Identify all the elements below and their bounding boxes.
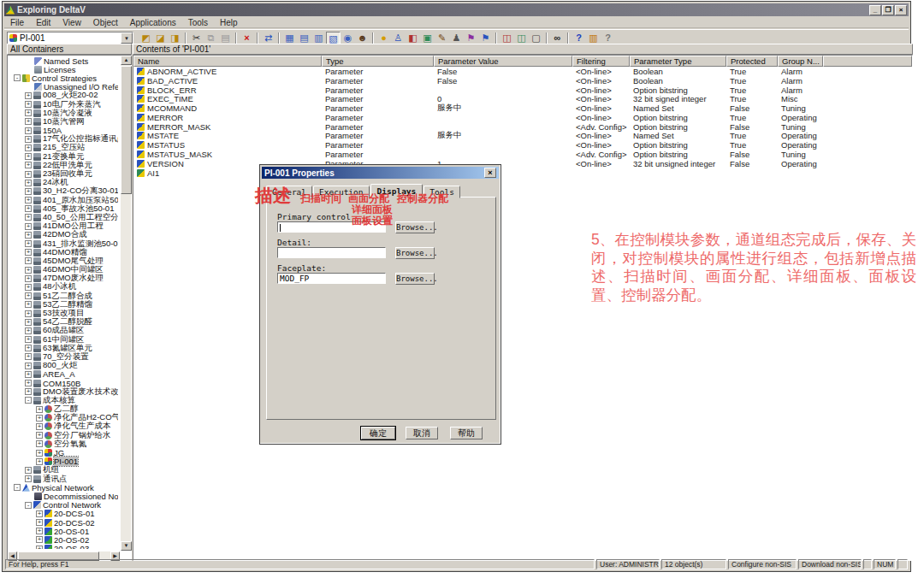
- picture-icon[interactable]: ▣: [420, 32, 435, 44]
- expand-icon[interactable]: +: [25, 101, 32, 108]
- menu-item-view[interactable]: View: [56, 18, 87, 27]
- expand-icon[interactable]: +: [25, 92, 32, 99]
- expand-icon[interactable]: +: [36, 423, 43, 430]
- chevron-down-icon[interactable]: ▼: [121, 32, 133, 44]
- expand-icon[interactable]: +: [25, 284, 32, 291]
- user-manager-icon[interactable]: ◨: [168, 32, 182, 44]
- expand-icon[interactable]: +: [25, 310, 32, 317]
- expand-icon[interactable]: +: [25, 197, 32, 203]
- table-row[interactable]: BAD_ACTIVEParameterFalse<On-line>Boolean…: [133, 76, 912, 86]
- dialog-title-bar[interactable]: PI-001 Properties ×: [262, 167, 499, 179]
- tree-item[interactable]: +20-OS-02: [9, 535, 118, 544]
- column-header-parameter-type[interactable]: Parameter Type: [630, 56, 726, 67]
- expand-icon[interactable]: +: [36, 546, 43, 549]
- expand-icon[interactable]: +: [36, 440, 43, 447]
- column-header-parameter-value[interactable]: Parameter Value: [434, 56, 572, 67]
- tree-item[interactable]: -Physical Network: [9, 483, 118, 492]
- table-row[interactable]: BLOCK_ERRParameter<On-line>Option bitstr…: [133, 86, 912, 95]
- copy-icon[interactable]: ⧉: [204, 32, 218, 44]
- expand-icon[interactable]: +: [25, 267, 32, 274]
- expand-icon[interactable]: +: [36, 415, 43, 422]
- table-row[interactable]: VERSIONParameter1<On-line>32 bit unsigne…: [133, 159, 912, 168]
- ok-button[interactable]: 确定: [361, 427, 395, 439]
- tree-item[interactable]: +20-OS-03: [9, 545, 118, 550]
- expand-icon[interactable]: +: [36, 510, 43, 517]
- download-icon[interactable]: ⇄: [261, 32, 275, 44]
- filter-icon[interactable]: ◉: [341, 32, 355, 44]
- context-help-icon[interactable]: ?: [601, 32, 615, 44]
- expand-icon[interactable]: +: [25, 118, 32, 125]
- expand-icon[interactable]: +: [25, 232, 32, 239]
- expand-icon[interactable]: +: [25, 223, 32, 230]
- security-icon[interactable]: ♟: [449, 32, 464, 44]
- expand-icon[interactable]: +: [36, 450, 43, 457]
- cancel-button[interactable]: 取消: [406, 427, 438, 439]
- user-icon[interactable]: ☻: [355, 32, 370, 44]
- expand-icon[interactable]: +: [25, 327, 32, 334]
- tree-item[interactable]: +20-OS-01: [9, 527, 118, 535]
- small-icons-icon[interactable]: ▤: [297, 32, 311, 44]
- expand-icon[interactable]: +: [25, 292, 32, 299]
- cut-icon[interactable]: ✂: [189, 32, 204, 44]
- flag-icon[interactable]: ⚑: [464, 32, 478, 44]
- help-button[interactable]: 帮助: [450, 427, 483, 439]
- table-row[interactable]: AI1: [133, 168, 912, 178]
- tree-item[interactable]: +800_火炬: [9, 362, 118, 370]
- collapse-icon[interactable]: -: [14, 74, 21, 81]
- minimize-button[interactable]: _: [869, 5, 881, 15]
- expand-icon[interactable]: +: [25, 240, 32, 247]
- expand-icon[interactable]: +: [25, 136, 32, 143]
- menu-item-edit[interactable]: Edit: [30, 18, 56, 27]
- column-header-name[interactable]: Name: [133, 56, 322, 67]
- tree-item[interactable]: Licenses: [9, 65, 118, 74]
- field-input-faceplate[interactable]: MOD_FP: [277, 273, 386, 284]
- expand-icon[interactable]: +: [36, 536, 43, 543]
- expand-icon[interactable]: +: [36, 432, 43, 439]
- large-icons-icon[interactable]: ▦: [282, 32, 297, 44]
- details-icon[interactable]: ▧: [326, 32, 341, 44]
- alarm-bell-icon[interactable]: ●: [376, 32, 391, 44]
- tree-item[interactable]: -Control Network: [9, 501, 118, 510]
- trend-green-icon[interactable]: ◫: [514, 32, 529, 44]
- column-header-type[interactable]: Type: [322, 56, 434, 67]
- table-row[interactable]: ABNORM_ACTIVEParameterFalse<On-line>Bool…: [133, 67, 912, 76]
- browse-button[interactable]: Browse...: [395, 247, 435, 259]
- tree-item[interactable]: Named Sets: [9, 56, 118, 65]
- tree-item[interactable]: +10蒸汽管网: [9, 117, 118, 126]
- expand-icon[interactable]: +: [36, 458, 43, 465]
- expand-icon[interactable]: +: [25, 319, 32, 326]
- expand-icon[interactable]: +: [25, 467, 32, 474]
- tree-vertical-scrollbar[interactable]: ▲ ▼: [120, 56, 131, 551]
- expand-icon[interactable]: +: [25, 301, 32, 308]
- expand-icon[interactable]: +: [25, 214, 32, 221]
- table-row[interactable]: MSTATUS_MASKParameter<Adv. Config>Option…: [133, 150, 912, 159]
- expand-icon[interactable]: +: [25, 275, 32, 282]
- books-icon[interactable]: ▥: [586, 32, 601, 44]
- tree-item[interactable]: Decommissioned Nodes: [9, 492, 118, 500]
- expand-icon[interactable]: +: [25, 180, 32, 186]
- tree-item[interactable]: +空分氧氮: [9, 439, 118, 448]
- table-row[interactable]: MCOMMANDParameter服务中<On-line>Named SetFa…: [133, 103, 912, 113]
- tree-item[interactable]: +AREA_A: [9, 370, 118, 379]
- object-selector-combobox[interactable]: PI-001 ▼: [7, 32, 133, 44]
- expand-icon[interactable]: +: [25, 353, 32, 360]
- binoculars-icon[interactable]: ∞: [550, 32, 565, 44]
- collapse-icon[interactable]: -: [25, 397, 32, 404]
- field-input-detail[interactable]: [277, 247, 386, 258]
- tree-item[interactable]: +20-DCS-02: [9, 518, 118, 527]
- collapse-icon[interactable]: -: [14, 484, 21, 491]
- expand-icon[interactable]: +: [25, 162, 32, 168]
- table-row[interactable]: MERRORParameter<On-line>Option bitstring…: [133, 113, 912, 122]
- expand-icon[interactable]: +: [25, 109, 32, 116]
- tree-item[interactable]: -Control Strategies: [9, 74, 118, 82]
- restore-button[interactable]: ❐: [882, 5, 894, 15]
- browse-button[interactable]: Browse...: [395, 273, 435, 285]
- menu-item-object[interactable]: Object: [87, 18, 124, 27]
- tree-vscroll-thumb[interactable]: [121, 66, 132, 194]
- menu-item-tools[interactable]: Tools: [182, 18, 214, 27]
- expand-icon[interactable]: +: [25, 249, 32, 256]
- menu-item-help[interactable]: Help: [214, 18, 244, 27]
- collapse-icon[interactable]: -: [25, 502, 32, 509]
- expand-icon[interactable]: +: [25, 475, 32, 482]
- column-header-protected[interactable]: Protected: [726, 56, 778, 67]
